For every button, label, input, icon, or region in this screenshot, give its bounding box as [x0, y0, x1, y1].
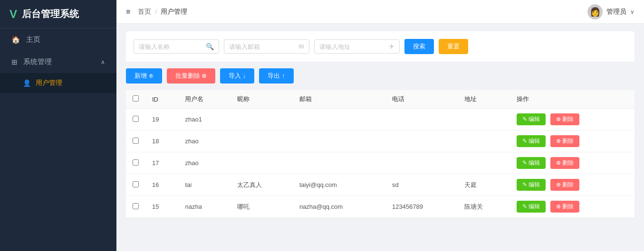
email-filter-input[interactable]	[229, 43, 296, 50]
edit-button[interactable]: ✎ 编辑	[517, 135, 546, 147]
system-icon: ⊞	[11, 58, 18, 66]
user-icon: 👤	[23, 79, 31, 87]
row-checkbox[interactable]	[133, 203, 139, 209]
sidebar-item-home-label: 主页	[26, 35, 40, 44]
data-table-card: ID 用户名 昵称 邮箱 电话 地址 操作 19 zhao1	[126, 90, 634, 218]
batch-delete-button[interactable]: 批量删除 ⊗	[167, 68, 216, 84]
edit-button[interactable]: ✎ 编辑	[517, 201, 546, 213]
row-actions: ✎ 编辑 ⊗ 删除	[510, 109, 634, 130]
name-filter-input[interactable]	[139, 43, 203, 50]
breadcrumb-current: 用户管理	[161, 8, 187, 16]
address-filter-input[interactable]	[319, 43, 386, 50]
row-nickname: 太乙真人	[231, 174, 293, 196]
select-all-checkbox[interactable]	[133, 95, 139, 102]
row-address	[458, 152, 510, 174]
delete-button[interactable]: ⊗ 删除	[550, 113, 579, 125]
row-username: zhao	[178, 130, 231, 152]
edit-button[interactable]: ✎ 编辑	[517, 179, 546, 191]
row-checkbox[interactable]	[133, 181, 139, 187]
add-button[interactable]: 新增 ⊕	[126, 68, 162, 84]
export-button[interactable]: 导出 ↑	[259, 68, 293, 84]
row-actions: ✎ 编辑 ⊗ 删除	[510, 152, 634, 174]
sidebar-item-system-label: 系统管理	[23, 57, 52, 66]
row-checkbox[interactable]	[133, 159, 139, 166]
avatar-icon: 👩	[590, 7, 600, 17]
row-email	[293, 152, 385, 174]
row-nickname	[231, 130, 293, 152]
row-address	[458, 109, 510, 130]
edit-button[interactable]: ✎ 编辑	[517, 113, 546, 125]
avatar: 👩	[587, 4, 603, 19]
table-row: 15 nazha 哪吒 nazha@qq.com 123456789 陈塘关 ✎…	[126, 196, 634, 218]
sidebar-logo: V 后台管理系统	[0, 0, 116, 28]
header-id: ID	[145, 90, 178, 109]
email-filter-input-wrapper[interactable]: ✉	[224, 39, 309, 54]
row-username: tai	[178, 174, 231, 196]
table-header-row: ID 用户名 昵称 邮箱 电话 地址 操作	[126, 90, 634, 109]
row-username: nazha	[178, 196, 231, 218]
row-username: zhao	[178, 152, 231, 174]
name-filter-input-wrapper[interactable]: 🔍	[134, 39, 219, 54]
row-checkbox-cell	[126, 196, 145, 218]
row-phone	[385, 109, 458, 130]
breadcrumb-home[interactable]: 首页	[138, 8, 151, 16]
row-id: 19	[145, 109, 178, 130]
import-button[interactable]: 导入 ↓	[220, 68, 254, 84]
header: ≡ 首页 / 用户管理 👩 管理员 ∨	[116, 0, 644, 24]
admin-chevron-icon[interactable]: ∨	[630, 9, 634, 15]
delete-button[interactable]: ⊗ 删除	[550, 201, 579, 213]
header-nickname: 昵称	[231, 90, 293, 109]
row-actions: ✎ 编辑 ⊗ 删除	[510, 174, 634, 196]
delete-button[interactable]: ⊗ 删除	[550, 179, 579, 191]
breadcrumb-sep: /	[155, 8, 157, 16]
row-phone: 123456789	[385, 196, 458, 218]
row-nickname: 哪吒	[231, 196, 293, 218]
row-nickname	[231, 109, 293, 130]
row-nickname	[231, 152, 293, 174]
row-address: 陈塘关	[458, 196, 510, 218]
row-id: 18	[145, 130, 178, 152]
breadcrumb: ≡ 首页 / 用户管理	[126, 8, 187, 16]
row-checkbox[interactable]	[133, 116, 139, 122]
table-row: 18 zhao ✎ 编辑 ⊗ 删除	[126, 130, 634, 152]
row-username: zhao1	[178, 109, 231, 130]
row-phone: sd	[385, 174, 458, 196]
delete-button[interactable]: ⊗ 删除	[550, 135, 579, 147]
row-email: nazha@qq.com	[293, 196, 385, 218]
delete-button[interactable]: ⊗ 删除	[550, 157, 579, 169]
chevron-down-icon: ∧	[101, 59, 105, 65]
row-address	[458, 130, 510, 152]
row-email	[293, 109, 385, 130]
sidebar-item-home[interactable]: 🏠 主页	[0, 28, 116, 51]
filter-bar: 🔍 ✉ ✈ 搜索 重置	[126, 31, 634, 62]
logo-icon: V	[10, 8, 17, 21]
data-table: ID 用户名 昵称 邮箱 电话 地址 操作 19 zhao1	[126, 90, 634, 218]
row-checkbox-cell	[126, 130, 145, 152]
search-button[interactable]: 搜索	[404, 39, 434, 54]
sidebar-item-user-mgmt[interactable]: 👤 用户管理	[0, 73, 116, 93]
search-icon: 🔍	[206, 43, 214, 50]
header-checkbox-col	[126, 90, 145, 109]
table-row: 19 zhao1 ✎ 编辑 ⊗ 删除	[126, 109, 634, 130]
location-icon: ✈	[389, 43, 394, 50]
edit-button[interactable]: ✎ 编辑	[517, 157, 546, 169]
toolbar: 新增 ⊕ 批量删除 ⊗ 导入 ↓ 导出 ↑	[126, 68, 634, 84]
row-checkbox[interactable]	[133, 138, 139, 144]
main-content: ≡ 首页 / 用户管理 👩 管理员 ∨ 🔍 ✉	[116, 0, 644, 251]
row-checkbox-cell	[126, 174, 145, 196]
row-id: 16	[145, 174, 178, 196]
reset-button[interactable]: 重置	[439, 39, 468, 54]
header-username: 用户名	[178, 90, 231, 109]
home-icon: 🏠	[11, 36, 20, 44]
header-email: 邮箱	[293, 90, 385, 109]
sidebar-item-user-mgmt-label: 用户管理	[36, 79, 62, 87]
row-id: 15	[145, 196, 178, 218]
address-filter-input-wrapper[interactable]: ✈	[314, 39, 400, 54]
sidebar-item-system[interactable]: ⊞ 系统管理 ∧	[0, 51, 116, 73]
content-area: 🔍 ✉ ✈ 搜索 重置 新增 ⊕ 批量删除 ⊗ 导入 ↓ 导出 ↑	[116, 24, 644, 251]
row-actions: ✎ 编辑 ⊗ 删除	[510, 130, 634, 152]
row-email: taiyi@qq.com	[293, 174, 385, 196]
header-actions: 操作	[510, 90, 634, 109]
table-row: 17 zhao ✎ 编辑 ⊗ 删除	[126, 152, 634, 174]
header-right: 👩 管理员 ∨	[587, 4, 634, 19]
